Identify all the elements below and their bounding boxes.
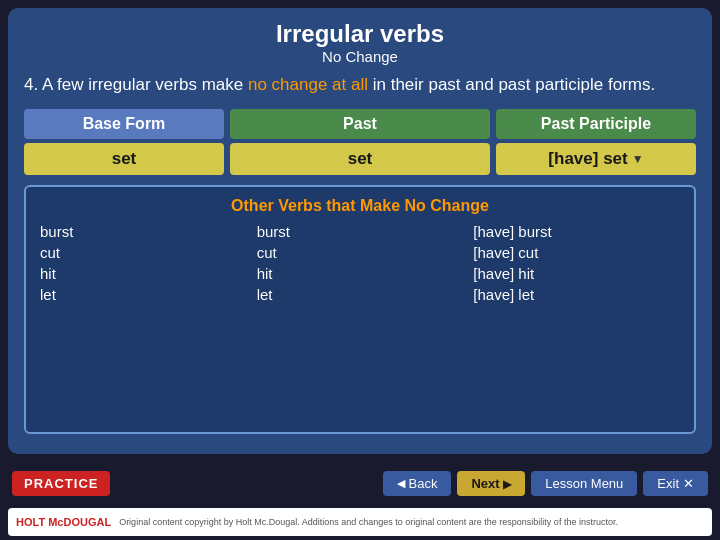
- list-item: hit: [257, 265, 464, 282]
- list-item: let: [257, 286, 464, 303]
- header-past-participle: Past Participle: [496, 109, 696, 139]
- footer-bar: HOLT McDOUGAL Original content copyright…: [8, 508, 712, 536]
- page-title: Irregular verbs: [24, 20, 696, 48]
- list-item: cut: [40, 244, 247, 261]
- list-item: let: [40, 286, 247, 303]
- list-item: hit: [40, 265, 247, 282]
- title-section: Irregular verbs No Change: [24, 20, 696, 65]
- dropdown-arrow-icon[interactable]: ▼: [632, 152, 644, 166]
- cell-base: set: [24, 143, 224, 175]
- desc-highlight: no change at all: [248, 75, 368, 94]
- header-base-form: Base Form: [24, 109, 224, 139]
- back-button[interactable]: ◀ Back: [383, 471, 452, 496]
- list-item: burst: [40, 223, 247, 240]
- header-past: Past: [230, 109, 490, 139]
- practice-button[interactable]: PRACTICE: [12, 471, 110, 496]
- holt-logo: HOLT McDOUGAL: [16, 516, 111, 528]
- description: 4. A few irregular verbs make no change …: [24, 73, 696, 97]
- list-item: [have] burst: [473, 223, 680, 240]
- other-verbs-title: Other Verbs that Make No Change: [40, 197, 680, 215]
- other-verbs-box: Other Verbs that Make No Change burst cu…: [24, 185, 696, 434]
- back-arrow-icon: ◀: [397, 477, 405, 490]
- exit-x-icon: ✕: [683, 476, 694, 491]
- main-container: Irregular verbs No Change 4. A few irreg…: [8, 8, 712, 454]
- list-item: [have] cut: [473, 244, 680, 261]
- page-subtitle: No Change: [24, 48, 696, 65]
- next-arrow-icon: ▶: [503, 478, 511, 490]
- verb-col-1: burst cut hit let: [40, 223, 247, 303]
- cell-past-participle[interactable]: [have] set ▼: [496, 143, 696, 175]
- list-item: burst: [257, 223, 464, 240]
- other-verbs-table: burst cut hit let burst cut hit let [hav…: [40, 223, 680, 303]
- verb-col-3: [have] burst [have] cut [have] hit [have…: [473, 223, 680, 303]
- list-item: [have] let: [473, 286, 680, 303]
- lesson-menu-button[interactable]: Lesson Menu: [531, 471, 637, 496]
- table-data-row: set set [have] set ▼: [24, 143, 696, 175]
- bottom-bar: PRACTICE ◀ Back Next ▶ Lesson Menu Exit …: [8, 462, 712, 504]
- desc-part1: 4. A few irregular verbs make: [24, 75, 248, 94]
- table-headers: Base Form Past Past Participle: [24, 109, 696, 139]
- desc-part2: in their past and past participle forms.: [368, 75, 655, 94]
- verb-col-2: burst cut hit let: [257, 223, 464, 303]
- list-item: cut: [257, 244, 464, 261]
- next-button[interactable]: Next ▶: [457, 471, 525, 496]
- exit-button[interactable]: Exit ✕: [643, 471, 708, 496]
- list-item: [have] hit: [473, 265, 680, 282]
- cell-past: set: [230, 143, 490, 175]
- footer-copyright: Original content copyright by Holt Mc.Do…: [119, 517, 618, 527]
